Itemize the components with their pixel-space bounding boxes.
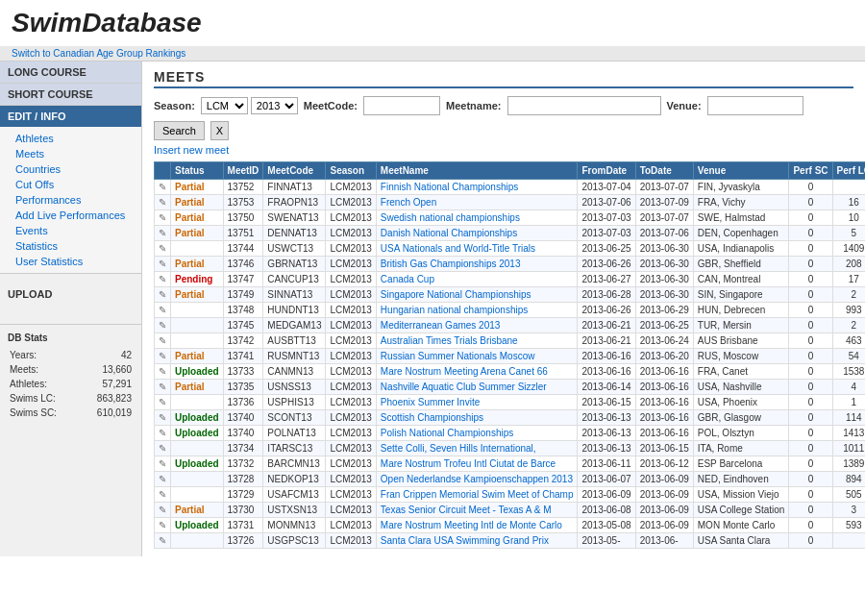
edit-icon[interactable]: ✎ — [159, 320, 166, 331]
meetname-cell[interactable]: Fran Crippen Memorial Swim Meet of Champ — [376, 487, 578, 503]
col-perf-lc[interactable]: Perf LC — [832, 162, 865, 180]
edit-icon[interactable]: ✎ — [159, 182, 166, 192]
meetname-link[interactable]: British Gas Championships 2013 — [381, 259, 521, 269]
sidebar-long-course[interactable]: LONG COURSE — [0, 62, 141, 83]
meetname-link[interactable]: Mare Nostrum Meeting Arena Canet 66 — [381, 366, 548, 377]
edit-cell[interactable]: ✎ — [155, 195, 171, 210]
edit-icon[interactable]: ✎ — [159, 474, 166, 484]
edit-icon[interactable]: ✎ — [159, 228, 166, 238]
season-year-select[interactable]: 2013 2012 2011 — [251, 97, 298, 114]
meetname-cell[interactable]: Canada Cup — [376, 272, 578, 287]
meetname-cell[interactable]: French Open — [376, 195, 578, 210]
meetcode-input[interactable] — [363, 96, 440, 115]
meetname-cell[interactable]: Sette Colli, Seven Hills International, — [376, 441, 578, 456]
edit-cell[interactable]: ✎ — [155, 257, 171, 272]
meetname-link[interactable]: Danish National Championships — [381, 228, 517, 238]
meetname-link[interactable]: Scottish Championships — [381, 412, 483, 423]
edit-cell[interactable]: ✎ — [155, 395, 171, 410]
meetname-link[interactable]: Santa Clara USA Swimming Grand Prix — [381, 535, 549, 546]
meetname-cell[interactable]: Mare Nostrum Meeting Intl de Monte Carlo — [376, 518, 578, 533]
edit-icon[interactable]: ✎ — [159, 197, 166, 208]
meetname-cell[interactable]: Mare Nostrum Meeting Arena Canet 66 — [376, 364, 578, 380]
meetname-cell[interactable]: Santa Clara USA Swimming Grand Prix — [376, 533, 578, 549]
sidebar-item-events[interactable]: Events — [0, 223, 141, 238]
switch-link[interactable]: Switch to Canadian Age Group Rankings — [12, 48, 185, 59]
meetname-link[interactable]: Sette Colli, Seven Hills International, — [381, 443, 536, 454]
edit-icon[interactable]: ✎ — [159, 366, 166, 377]
edit-cell[interactable]: ✎ — [155, 487, 171, 503]
meetname-link[interactable]: Australian Times Trials Brisbane — [381, 335, 518, 346]
meetname-link[interactable]: Polish National Championships — [381, 428, 513, 438]
edit-icon[interactable]: ✎ — [159, 428, 166, 438]
col-season[interactable]: Season — [326, 162, 376, 180]
edit-icon[interactable]: ✎ — [159, 212, 166, 223]
edit-icon[interactable]: ✎ — [159, 305, 166, 315]
sidebar-upload[interactable]: UPLOAD — [0, 283, 141, 305]
edit-icon[interactable]: ✎ — [159, 520, 166, 530]
meetname-cell[interactable]: Phoenix Summer Invite — [376, 395, 578, 410]
edit-cell[interactable]: ✎ — [155, 441, 171, 456]
edit-icon[interactable]: ✎ — [159, 535, 166, 546]
meetname-cell[interactable]: Scottish Championships — [376, 410, 578, 426]
edit-cell[interactable]: ✎ — [155, 241, 171, 257]
season-type-select[interactable]: LCM SCM SCY — [201, 97, 248, 114]
meetname-cell[interactable]: Finnish National Championships — [376, 180, 578, 195]
meetname-link[interactable]: Nashville Aquatic Club Summer Sizzler — [381, 382, 547, 392]
meetname-link[interactable]: Mare Nostrum Trofeu Intl Ciutat de Barce — [381, 458, 556, 469]
edit-cell[interactable]: ✎ — [155, 287, 171, 303]
meetname-cell[interactable]: Russian Summer Nationals Moscow — [376, 349, 578, 364]
edit-icon[interactable]: ✎ — [159, 274, 166, 284]
meetname-link[interactable]: French Open — [381, 197, 436, 208]
col-meetid[interactable]: MeetID — [223, 162, 263, 180]
sidebar-item-cutoffs[interactable]: Cut Offs — [0, 177, 141, 192]
meetname-cell[interactable]: USA Nationals and World-Title Trials — [376, 241, 578, 257]
meetname-cell[interactable]: Mare Nostrum Trofeu Intl Ciutat de Barce — [376, 456, 578, 472]
edit-icon[interactable]: ✎ — [159, 289, 166, 300]
edit-icon[interactable]: ✎ — [159, 351, 166, 361]
meetname-link[interactable]: Hungarian national championships — [381, 305, 528, 315]
edit-cell[interactable]: ✎ — [155, 303, 171, 318]
meetname-link[interactable]: Mediterranean Games 2013 — [381, 320, 501, 331]
edit-icon[interactable]: ✎ — [159, 489, 166, 500]
edit-icon[interactable]: ✎ — [159, 335, 166, 346]
edit-cell[interactable]: ✎ — [155, 226, 171, 241]
meetname-link[interactable]: Phoenix Summer Invite — [381, 397, 480, 407]
meetname-link[interactable]: Russian Summer Nationals Moscow — [381, 351, 535, 361]
edit-icon[interactable]: ✎ — [159, 243, 166, 254]
meetname-cell[interactable]: Mediterranean Games 2013 — [376, 318, 578, 333]
meetname-cell[interactable]: Swedish national championships — [376, 210, 578, 226]
sidebar-item-meets[interactable]: Meets — [0, 146, 141, 161]
edit-icon[interactable]: ✎ — [159, 458, 166, 469]
edit-icon[interactable]: ✎ — [159, 397, 166, 407]
meetname-cell[interactable]: Texas Senior Circuit Meet - Texas A & M — [376, 503, 578, 518]
edit-icon[interactable]: ✎ — [159, 412, 166, 423]
meetname-cell[interactable]: Open Nederlandse Kampioenschappen 2013 — [376, 472, 578, 487]
meetname-link[interactable]: USA Nationals and World-Title Trials — [381, 243, 535, 254]
sidebar-item-add-live[interactable]: Add Live Performances — [0, 208, 141, 223]
sidebar-edit-info[interactable]: EDIT / INFO — [0, 106, 141, 127]
edit-cell[interactable]: ✎ — [155, 518, 171, 533]
meetname-cell[interactable]: Polish National Championships — [376, 426, 578, 441]
edit-cell[interactable]: ✎ — [155, 533, 171, 549]
meetname-link[interactable]: Texas Senior Circuit Meet - Texas A & M — [381, 505, 552, 515]
insert-new-meet-link[interactable]: Insert new meet — [154, 144, 229, 156]
sidebar-item-statistics[interactable]: Statistics — [0, 238, 141, 254]
edit-cell[interactable]: ✎ — [155, 472, 171, 487]
col-fromdate[interactable]: FromDate — [578, 162, 635, 180]
meetname-link[interactable]: Finnish National Championships — [381, 182, 518, 192]
col-meetname[interactable]: MeetName — [376, 162, 578, 180]
meetname-link[interactable]: Canada Cup — [381, 274, 434, 284]
edit-cell[interactable]: ✎ — [155, 318, 171, 333]
venue-input[interactable] — [707, 96, 803, 115]
meetname-cell[interactable]: Nashville Aquatic Club Summer Sizzler — [376, 380, 578, 395]
edit-cell[interactable]: ✎ — [155, 349, 171, 364]
meetname-cell[interactable]: Hungarian national championships — [376, 303, 578, 318]
edit-icon[interactable]: ✎ — [159, 259, 166, 269]
meetname-cell[interactable]: Danish National Championships — [376, 226, 578, 241]
edit-cell[interactable]: ✎ — [155, 426, 171, 441]
sidebar-item-athletes[interactable]: Athletes — [0, 131, 141, 146]
meetname-link[interactable]: Open Nederlandse Kampioenschappen 2013 — [381, 474, 573, 484]
col-venue[interactable]: Venue — [693, 162, 789, 180]
edit-cell[interactable]: ✎ — [155, 333, 171, 349]
sidebar-item-performances[interactable]: Performances — [0, 192, 141, 208]
